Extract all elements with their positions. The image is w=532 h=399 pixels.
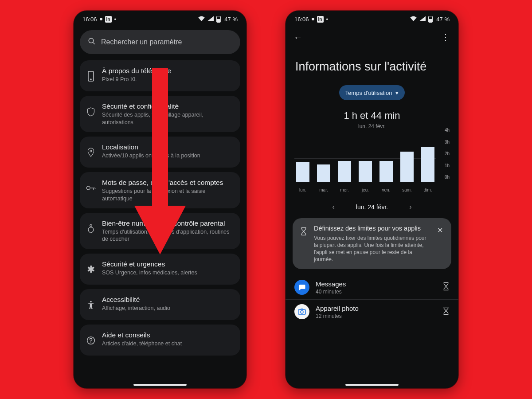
chart-bar[interactable] [379, 161, 393, 182]
svg-point-12 [90, 342, 91, 343]
hourglass-icon [299, 227, 309, 236]
set-timer-button[interactable] [442, 282, 450, 293]
date-nav-label: lun. 24 févr. [356, 203, 388, 211]
battery-percent: 47 % [436, 16, 450, 23]
prev-day-button[interactable]: ‹ [332, 203, 334, 211]
chip-label: Temps d'utilisation [345, 90, 392, 96]
location-pin-icon [86, 144, 96, 161]
settings-item-title: Bien-être numérique et contrôle parental [102, 219, 233, 227]
wifi-icon [198, 16, 205, 23]
phone-settings: 16:06 in • 47 % Rechercher un paramètre [74, 11, 246, 388]
help-icon [86, 332, 96, 349]
chart-xtick: ven. [379, 188, 393, 192]
settings-item-title: Sécurité et urgences [102, 260, 233, 268]
settings-item-subtitle: Affichage, interaction, audio [102, 305, 233, 312]
chart-ytick: 1h [445, 163, 450, 168]
battery-icon [428, 16, 433, 23]
phone-info-icon [86, 67, 96, 85]
app-name: Messages [316, 280, 436, 288]
camera-app-icon [294, 304, 309, 319]
chart-xtick: mer. [338, 188, 351, 192]
linkedin-notification-icon: in [105, 16, 112, 23]
chart-xtick: lun. [296, 188, 309, 192]
settings-item-security-privacy[interactable]: Sécurité et confidentialité Sécurité des… [80, 96, 240, 132]
settings-item-accessibility[interactable]: Accessibilité Affichage, interaction, au… [80, 289, 240, 320]
status-time: 16:06 [82, 16, 97, 23]
asterisk-icon: ✱ [86, 261, 96, 278]
svg-point-0 [89, 38, 94, 43]
svg-point-5 [86, 186, 90, 190]
app-usage-duration: 12 minutes [316, 313, 436, 319]
chart-xtick: mar. [317, 188, 330, 192]
settings-item-help[interactable]: Aide et conseils Articles d'aide, téléph… [80, 325, 240, 356]
settings-item-subtitle: Sécurité des applis, verrouillage appare… [102, 111, 233, 126]
settings-item-subtitle: Temps d'utilisation, minuteurs d'applica… [102, 228, 233, 243]
chart-bar[interactable] [421, 147, 434, 182]
set-limits-banner[interactable]: Définissez des limites pour vos applis V… [293, 218, 451, 269]
app-usage-duration: 40 minutes [316, 289, 436, 295]
settings-item-subtitle: Articles d'aide, téléphone et chat [102, 340, 233, 347]
status-bar: 16:06 in • 47 % [286, 11, 458, 26]
settings-item-subtitle: SOS Urgence, infos médicales, alertes [102, 269, 233, 276]
settings-item-digital-wellbeing[interactable]: Bien-être numérique et contrôle parental… [80, 213, 240, 249]
chart-bar[interactable] [338, 161, 351, 182]
settings-item-title: Sécurité et confidentialité [102, 102, 233, 110]
accessibility-icon [86, 296, 96, 314]
back-button[interactable]: ← [293, 32, 302, 43]
summary-duration: 1 h et 44 min [293, 110, 451, 121]
settings-item-safety-emergency[interactable]: ✱ Sécurité et urgences SOS Urgence, info… [80, 254, 240, 285]
summary-date: lun. 24 févr. [293, 123, 451, 129]
settings-item-about-phone[interactable]: À propos du téléphone Pixel 9 Pro XL [80, 60, 240, 91]
battery-icon [216, 16, 221, 23]
settings-item-passwords-accounts[interactable]: Mots de passe, clés d'accès et comptes S… [80, 172, 240, 208]
overflow-menu-button[interactable]: ⋮ [442, 32, 450, 42]
settings-search[interactable]: Rechercher un paramètre [80, 30, 240, 54]
settings-item-location[interactable]: Localisation Activée/10 applis ont accès… [80, 137, 240, 168]
signal-icon [207, 16, 214, 23]
chart-xtick: jeu. [359, 188, 372, 192]
svg-point-4 [90, 150, 92, 152]
banner-body: Vous pouvez fixer des limites quotidienn… [314, 235, 432, 263]
chart-bar[interactable] [400, 152, 414, 182]
chart-bar[interactable] [359, 161, 372, 182]
banner-title: Définissez des limites pour vos applis [314, 224, 432, 232]
chart-bar[interactable] [317, 164, 330, 182]
search-icon [88, 37, 96, 47]
set-timer-button[interactable] [442, 306, 450, 317]
svg-point-10 [90, 301, 92, 302]
app-name: Appareil photo [316, 305, 436, 312]
app-usage-row-camera[interactable]: Appareil photo 12 minutes [293, 300, 451, 324]
next-day-button[interactable]: › [409, 203, 411, 211]
usage-bar-chart[interactable]: 0h1h2h3h4h lun.mar.mer.jeu.ven.sam.dim. [294, 135, 450, 192]
banner-dismiss-button[interactable]: ✕ [437, 226, 445, 235]
notification-dot-icon [312, 18, 314, 20]
signal-icon [419, 16, 426, 23]
settings-item-title: Mots de passe, clés d'accès et comptes [102, 178, 233, 187]
chart-ytick: 3h [445, 139, 450, 144]
settings-item-title: À propos du téléphone [102, 66, 233, 75]
svg-line-1 [93, 42, 95, 44]
gesture-nav-bar[interactable] [133, 384, 187, 386]
settings-item-title: Accessibilité [102, 295, 233, 304]
chart-bar[interactable] [296, 162, 309, 182]
status-time: 16:06 [294, 16, 309, 23]
search-placeholder: Rechercher un paramètre [101, 38, 182, 46]
settings-item-title: Aide et conseils [102, 331, 233, 339]
chart-ytick: 2h [445, 151, 450, 156]
app-usage-row-messages[interactable]: Messages 40 minutes [293, 275, 451, 299]
chart-xtick: sam. [400, 188, 414, 192]
gesture-nav-bar[interactable] [345, 384, 399, 386]
chart-ytick: 0h [445, 175, 450, 180]
messages-app-icon [294, 280, 309, 295]
chevron-down-icon: ▾ [395, 90, 399, 96]
settings-item-subtitle: Activée/10 applis ont accès à la positio… [102, 152, 233, 159]
chart-ytick: 4h [445, 128, 450, 133]
shield-icon [86, 103, 96, 121]
phone-activity: 16:06 in • 47 % ← ⋮ Informations sur l'a… [286, 11, 458, 388]
more-notifications-icon: • [114, 16, 117, 23]
linkedin-notification-icon: in [317, 16, 324, 23]
wifi-icon [410, 16, 417, 23]
metric-selector-chip[interactable]: Temps d'utilisation ▾ [339, 85, 405, 100]
settings-item-subtitle: Pixel 9 Pro XL [102, 76, 233, 83]
notification-dot-icon [100, 18, 102, 20]
